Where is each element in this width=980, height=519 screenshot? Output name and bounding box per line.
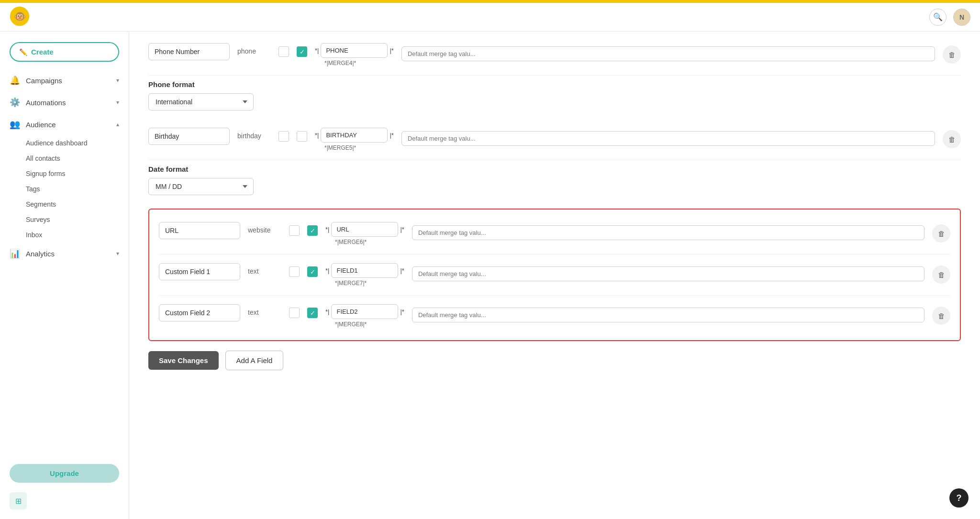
- url-merge-tag-group: *| |* *|MERGE6|*: [325, 222, 404, 245]
- birthday-merge-tag-input[interactable]: [321, 128, 388, 143]
- trash-icon: 🗑: [948, 51, 956, 59]
- phone-name-input[interactable]: [148, 43, 230, 60]
- actions-bar: Save Changes Add A Field: [148, 341, 961, 375]
- sidebar-bottom: Upgrade ⊞: [0, 456, 129, 519]
- custom1-name-input[interactable]: [159, 263, 240, 280]
- url-delete-button[interactable]: 🗑: [932, 224, 950, 243]
- merge-star-left: *|: [325, 226, 329, 233]
- custom1-type-label: text: [248, 263, 281, 275]
- phone-format-dropdown[interactable]: International US UK Canada: [148, 93, 254, 110]
- birthday-merge-tag-alt: *|MERGE5|*: [315, 144, 394, 151]
- date-format-section: Date format MM / DD DD / MM: [148, 160, 961, 204]
- avatar[interactable]: N: [953, 9, 970, 26]
- sidebar-item-tags[interactable]: Tags: [0, 181, 129, 197]
- trash-icon: 🗑: [938, 230, 945, 238]
- phone-format-label: Phone format: [148, 80, 961, 88]
- chevron-down-icon: ▾: [116, 250, 119, 257]
- custom2-delete-button[interactable]: 🗑: [932, 307, 950, 325]
- custom2-default-input[interactable]: [412, 308, 924, 322]
- phone-type-label: phone: [237, 43, 271, 55]
- custom2-merge-tag-alt: *|MERGE8|*: [325, 321, 404, 328]
- url-required-checkbox[interactable]: ✓: [307, 225, 318, 236]
- url-name-input[interactable]: [159, 222, 240, 239]
- url-type-label: website: [248, 222, 281, 234]
- trash-icon: 🗑: [938, 271, 945, 279]
- sidebar-item-surveys[interactable]: Surveys: [0, 212, 129, 227]
- custom2-visible-checkbox[interactable]: [289, 308, 300, 318]
- merge-star-right: |*: [390, 47, 393, 54]
- birthday-merge-tag-group: *| |* *|MERGE5|*: [315, 128, 394, 151]
- merge-star-right: |*: [390, 132, 393, 139]
- birthday-delete-button[interactable]: 🗑: [943, 130, 961, 148]
- panel-toggle-button[interactable]: ⊞: [10, 492, 27, 509]
- header: 🐵 🔍 N: [0, 3, 980, 32]
- search-button[interactable]: 🔍: [929, 9, 947, 26]
- phone-default-input[interactable]: [401, 46, 935, 61]
- header-right: 🔍 N: [929, 9, 970, 26]
- chevron-down-icon: ▾: [116, 77, 119, 84]
- analytics-icon: 📊: [10, 248, 20, 259]
- custom1-merge-tag-row: *| |*: [325, 263, 404, 278]
- phone-merge-tag-group: *| |* *|MERGE4|*: [315, 43, 394, 66]
- custom2-required-checkbox[interactable]: ✓: [307, 308, 318, 318]
- create-button[interactable]: ✏️ Create: [10, 42, 119, 62]
- merge-star-right: |*: [400, 308, 404, 315]
- sidebar-item-all-contacts[interactable]: All contacts: [0, 151, 129, 166]
- url-default-input[interactable]: [412, 225, 924, 240]
- custom1-merge-tag-input[interactable]: [331, 263, 398, 278]
- phone-format-section: Phone format International US UK Canada: [148, 76, 961, 119]
- trash-icon: 🗑: [948, 135, 956, 144]
- sidebar-item-signup-forms[interactable]: Signup forms: [0, 166, 129, 181]
- url-merge-tag-row: *| |*: [325, 222, 404, 237]
- merge-star-left: *|: [315, 47, 319, 54]
- svg-text:🐵: 🐵: [14, 10, 26, 22]
- birthday-merge-tag-row: *| |*: [315, 128, 394, 143]
- birthday-default-input[interactable]: [401, 131, 935, 146]
- phone-merge-tag-alt: *|MERGE4|*: [315, 60, 394, 66]
- custom2-merge-tag-input[interactable]: [331, 304, 398, 319]
- merge-star-left: *|: [325, 308, 329, 315]
- custom1-required-checkbox[interactable]: ✓: [307, 266, 318, 277]
- birthday-visible-checkbox[interactable]: [278, 131, 289, 142]
- app-layout: ✏️ Create 🔔 Campaigns ▾ ⚙️ Automations ▾…: [0, 3, 980, 519]
- sidebar-item-automations[interactable]: ⚙️ Automations ▾: [0, 91, 129, 113]
- custom1-visible-checkbox[interactable]: [289, 266, 300, 277]
- sidebar-item-analytics[interactable]: 📊 Analytics ▾: [0, 243, 129, 265]
- upgrade-button[interactable]: Upgrade: [10, 464, 119, 483]
- merge-star-left: *|: [325, 267, 329, 274]
- sidebar-item-campaigns[interactable]: 🔔 Campaigns ▾: [0, 69, 129, 91]
- date-format-label: Date format: [148, 165, 961, 173]
- merge-star-left: *|: [315, 132, 319, 139]
- url-merge-tag-alt: *|MERGE6|*: [325, 239, 404, 245]
- sidebar: ✏️ Create 🔔 Campaigns ▾ ⚙️ Automations ▾…: [0, 3, 129, 519]
- phone-delete-button[interactable]: 🗑: [943, 45, 961, 64]
- phone-merge-tag-row: *| |*: [315, 43, 394, 58]
- main-content: phone ✓ *| |* *|MERGE4|* 🗑 Phone format …: [129, 3, 980, 519]
- sidebar-item-inbox[interactable]: Inbox: [0, 227, 129, 243]
- birthday-name-input[interactable]: [148, 128, 230, 145]
- birthday-required-checkbox[interactable]: [297, 131, 307, 142]
- sidebar-item-audience-dashboard[interactable]: Audience dashboard: [0, 135, 129, 151]
- chevron-down-icon: ▾: [116, 99, 119, 106]
- save-changes-button[interactable]: Save Changes: [148, 351, 219, 370]
- merge-star-right: |*: [400, 226, 404, 233]
- help-button[interactable]: ?: [949, 488, 969, 508]
- help-icon: ?: [957, 493, 962, 503]
- custom1-delete-button[interactable]: 🗑: [932, 265, 950, 284]
- custom2-merge-tag-group: *| |* *|MERGE8|*: [325, 304, 404, 328]
- sidebar-item-segments[interactable]: Segments: [0, 197, 129, 212]
- audience-icon: 👥: [10, 119, 20, 130]
- custom1-default-input[interactable]: [412, 266, 924, 281]
- sidebar-item-audience[interactable]: 👥 Audience ▴: [0, 113, 129, 135]
- logo[interactable]: 🐵: [10, 6, 30, 28]
- add-field-button[interactable]: Add A Field: [225, 351, 284, 370]
- phone-required-checkbox[interactable]: ✓: [297, 46, 307, 57]
- phone-merge-tag-input[interactable]: [321, 43, 388, 58]
- date-format-dropdown[interactable]: MM / DD DD / MM: [148, 178, 254, 195]
- phone-visible-checkbox[interactable]: [278, 46, 289, 57]
- custom2-name-input[interactable]: [159, 304, 240, 321]
- url-merge-tag-input[interactable]: [331, 222, 398, 237]
- url-visible-checkbox[interactable]: [289, 225, 300, 236]
- audience-subnav: Audience dashboard All contacts Signup f…: [0, 135, 129, 243]
- custom2-merge-tag-row: *| |*: [325, 304, 404, 319]
